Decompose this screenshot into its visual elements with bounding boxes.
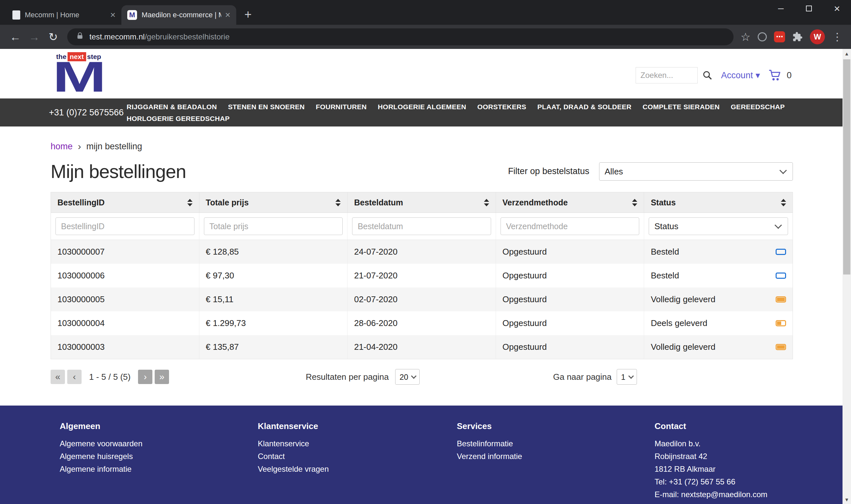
table-header: BestellingID Totale prijs Besteldatum Ve… bbox=[51, 192, 793, 213]
goto-page-label: Ga naar pagina bbox=[553, 372, 611, 382]
minimize-button[interactable]: ─ bbox=[767, 0, 795, 17]
footer-link[interactable]: Klantenservice bbox=[258, 437, 329, 450]
scrollbar-thumb[interactable] bbox=[843, 59, 850, 274]
nav-item-complete-sieraden[interactable]: COMPLETE SIERADEN bbox=[642, 103, 719, 111]
status-icon bbox=[776, 320, 786, 326]
column-header-verzendmethode[interactable]: Verzendmethode bbox=[496, 192, 644, 213]
address-bar[interactable]: test.mecomm.nl/gebruikersbestelhistorie bbox=[67, 29, 733, 45]
table-row[interactable]: 1030000003 € 135,87 21-04-2020 Opgestuur… bbox=[51, 335, 793, 359]
account-menu[interactable]: Account ▾ bbox=[721, 70, 760, 80]
bookmark-star-icon[interactable]: ☆ bbox=[741, 31, 750, 42]
cell-bestellingid: 1030000006 bbox=[51, 264, 199, 288]
forward-button[interactable]: → bbox=[25, 28, 44, 46]
nav-item-horlogerie-algemeen[interactable]: HORLOGERIE ALGEMEEN bbox=[378, 103, 466, 111]
column-header-totale-prijs[interactable]: Totale prijs bbox=[199, 192, 348, 213]
goto-page-select[interactable]: 1 bbox=[617, 369, 637, 385]
per-page-control: Resultaten per pagina 20 bbox=[306, 368, 420, 385]
column-header-status[interactable]: Status bbox=[644, 192, 793, 213]
tab-mecomm-home[interactable]: Mecomm | Home × bbox=[6, 5, 121, 25]
pagination-info: 1 - 5 / 5 (5) bbox=[89, 372, 131, 382]
new-tab-button[interactable]: + bbox=[240, 6, 257, 23]
extensions-puzzle-icon[interactable] bbox=[792, 32, 803, 42]
status-icon bbox=[776, 272, 786, 279]
footer-heading: Klantenservice bbox=[258, 421, 329, 431]
nav-item-plaat-draad[interactable]: PLAAT, DRAAD & SOLDEER bbox=[537, 103, 632, 111]
last-page-button[interactable]: » bbox=[155, 370, 169, 384]
filter-besteldatum-input[interactable] bbox=[352, 217, 491, 235]
cell-besteldatum: 21-04-2020 bbox=[348, 335, 496, 359]
scroll-down-icon[interactable]: ▼ bbox=[843, 495, 851, 504]
site-logo[interactable]: the next step M bbox=[51, 51, 119, 96]
back-button[interactable]: ← bbox=[6, 28, 25, 46]
table-row[interactable]: 1030000005 € 15,11 02-07-2020 Opgestuurd… bbox=[51, 288, 793, 311]
status-filter-wrap: Alles bbox=[599, 162, 793, 181]
logo-word-next: next bbox=[68, 52, 86, 61]
prev-page-button[interactable]: ‹ bbox=[67, 370, 82, 384]
column-header-bestellingid[interactable]: BestellingID bbox=[51, 192, 199, 213]
vertical-scrollbar[interactable]: ▲ ▼ bbox=[843, 49, 851, 504]
status-filter-select[interactable]: Alles bbox=[599, 162, 793, 181]
nav-item-stenen[interactable]: STENEN EN SNOEREN bbox=[228, 103, 305, 111]
footer-link[interactable]: Bestelinformatie bbox=[457, 437, 522, 450]
orders-table: BestellingID Totale prijs Besteldatum Ve… bbox=[51, 192, 793, 359]
scroll-up-icon[interactable]: ▲ bbox=[843, 49, 851, 58]
tab-close-icon[interactable]: × bbox=[225, 11, 230, 20]
footer-contact-line: E-mail: nextstep@maedilon.com bbox=[655, 488, 767, 501]
cart-icon bbox=[768, 69, 781, 81]
close-window-button[interactable]: × bbox=[823, 0, 851, 17]
nav-item-rijggaren[interactable]: RIJGGAREN & BEADALON bbox=[127, 103, 217, 111]
filter-verzendmethode-input[interactable] bbox=[501, 217, 640, 235]
extension-ring-icon[interactable] bbox=[758, 32, 767, 41]
filter-totale-prijs-input[interactable] bbox=[204, 217, 343, 235]
footer-link[interactable]: Algemene huisregels bbox=[60, 450, 143, 463]
cell-besteldatum: 24-07-2020 bbox=[348, 240, 496, 264]
footer-link[interactable]: Verzend informatie bbox=[457, 450, 522, 463]
nav-item-horlogerie-gereedschap[interactable]: HORLOGERIE GEREEDSCHAP bbox=[127, 115, 230, 123]
breadcrumb-home-link[interactable]: home bbox=[51, 142, 73, 151]
search-input[interactable] bbox=[636, 67, 698, 84]
tab-maedilon-orders[interactable]: M Maedilon e-commerce | Mijn bes × bbox=[121, 5, 236, 25]
table-row[interactable]: 1030000007 € 128,85 24-07-2020 Opgestuur… bbox=[51, 240, 793, 264]
filter-status-select[interactable]: Status bbox=[649, 217, 788, 235]
site-footer: Algemeen Algemene voorwaarden Algemene h… bbox=[0, 406, 851, 504]
logo-letter-m: M bbox=[53, 55, 104, 98]
cell-bestellingid: 1030000004 bbox=[51, 311, 199, 335]
footer-column-services: Services Bestelinformatie Verzend inform… bbox=[457, 421, 522, 463]
footer-link[interactable]: Algemene voorwaarden bbox=[60, 437, 143, 450]
per-page-select[interactable]: 20 bbox=[395, 369, 420, 385]
refresh-button[interactable]: ↻ bbox=[44, 28, 63, 46]
maximize-button[interactable] bbox=[795, 0, 823, 17]
table-row[interactable]: 1030000004 € 1.299,73 28-06-2020 Opgestu… bbox=[51, 311, 793, 335]
footer-link[interactable]: Contact bbox=[258, 450, 329, 463]
nav-item-gereedschap[interactable]: GEREEDSCHAP bbox=[731, 103, 785, 111]
extension-red-icon[interactable]: ⋯ bbox=[774, 31, 785, 42]
sort-icon bbox=[187, 199, 192, 206]
pager: « ‹ 1 - 5 / 5 (5) › » bbox=[51, 368, 169, 385]
first-page-button[interactable]: « bbox=[51, 370, 65, 384]
footer-link[interactable]: Veelgestelde vragen bbox=[258, 463, 329, 475]
nav-menu: RIJGGAREN & BEADALON STENEN EN SNOEREN F… bbox=[127, 101, 785, 125]
logo-word-step: step bbox=[87, 53, 101, 61]
browser-toolbar: ← → ↻ test.mecomm.nl/gebruikersbestelhis… bbox=[0, 25, 851, 49]
account-label: Account bbox=[721, 70, 753, 80]
window-controls: ─ × bbox=[767, 0, 851, 17]
tab-title: Mecomm | Home bbox=[25, 11, 106, 19]
search-icon[interactable] bbox=[702, 70, 713, 80]
cart-count: 0 bbox=[787, 70, 792, 80]
table-row[interactable]: 1030000006 € 97,30 21-07-2020 Opgestuurd… bbox=[51, 264, 793, 288]
cart-button[interactable]: 0 bbox=[768, 69, 792, 81]
nav-item-oorstekers[interactable]: OORSTEKERS bbox=[477, 103, 526, 111]
cell-bestellingid: 1030000007 bbox=[51, 240, 199, 264]
browser-menu-icon[interactable]: ⋮ bbox=[832, 31, 843, 43]
column-header-besteldatum[interactable]: Besteldatum bbox=[348, 192, 496, 213]
cell-verzendmethode: Opgestuurd bbox=[496, 288, 644, 311]
footer-link[interactable]: Algemene informatie bbox=[60, 463, 143, 475]
nav-item-fournituren[interactable]: FOURNITUREN bbox=[316, 103, 367, 111]
filter-bestellingid-input[interactable] bbox=[55, 217, 194, 235]
cell-totale-prijs: € 128,85 bbox=[199, 240, 348, 264]
nav-row-2: HORLOGERIE GEREEDSCHAP bbox=[127, 113, 785, 125]
tab-close-icon[interactable]: × bbox=[110, 11, 116, 20]
next-page-button[interactable]: › bbox=[138, 370, 152, 384]
profile-avatar[interactable]: W bbox=[810, 29, 825, 44]
logo-tagline: the next step bbox=[56, 52, 101, 61]
